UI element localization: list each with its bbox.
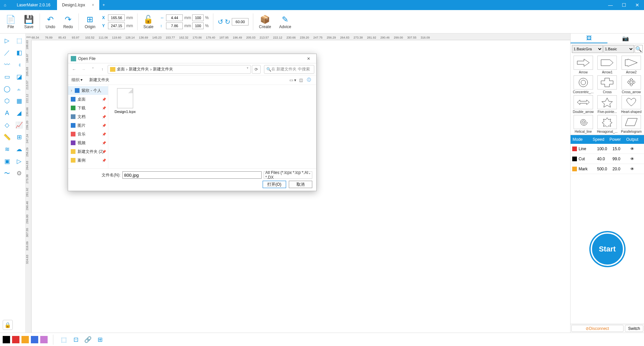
filetype-select[interactable]: All Files (*.lcpx *.lcp *.AI *.DX˅: [264, 171, 312, 179]
sidebar-item[interactable]: ›紫欣 - 个人: [68, 86, 108, 95]
shape-item[interactable]: Parallelogram: [620, 115, 643, 133]
sidebar-item[interactable]: 文档📌: [68, 112, 108, 121]
shape-item[interactable]: Concentric_...: [572, 75, 595, 94]
align-center-icon[interactable]: ⫠: [13, 83, 25, 95]
origin-button[interactable]: ⊞Origin: [80, 12, 99, 32]
y-input[interactable]: [108, 22, 125, 29]
dialog-close-icon[interactable]: ✕: [304, 56, 314, 61]
cloud-tool-icon[interactable]: ☁: [13, 143, 25, 155]
shape-item[interactable]: Double_arrow: [572, 95, 595, 114]
nav-up-icon[interactable]: ↑: [98, 67, 106, 72]
visibility-icon[interactable]: 👁: [627, 167, 637, 171]
subcategory-select[interactable]: 1.Basic: [603, 45, 634, 53]
rotate-input[interactable]: [232, 18, 249, 25]
curve-tool-icon[interactable]: 〰: [1, 59, 13, 70]
undo-button[interactable]: ↶Undo: [42, 12, 59, 32]
nav-recent-icon[interactable]: ˅: [89, 67, 97, 72]
preview-pane-icon[interactable]: ◫: [297, 78, 305, 82]
grid-tool-icon[interactable]: ▦: [13, 95, 25, 107]
color-swatch[interactable]: [12, 336, 19, 343]
cancel-button[interactable]: 取消: [289, 181, 312, 188]
file-item[interactable]: Design1.lcpx: [112, 88, 139, 114]
create-button[interactable]: 📦Create: [255, 12, 275, 32]
sidebar-item[interactable]: 下载📌: [68, 104, 108, 112]
shape-item[interactable]: Hexagonal_...: [596, 115, 619, 133]
height-pct-input[interactable]: [192, 22, 204, 29]
organize-button[interactable]: 组织 ▾: [71, 77, 83, 83]
rotate-ccw-icon[interactable]: ↺: [218, 18, 223, 26]
sidebar-item[interactable]: 图片📌: [68, 121, 108, 130]
sidebar-item[interactable]: 案例📌: [68, 156, 108, 165]
home-icon[interactable]: ⌂: [0, 3, 10, 7]
shape-item[interactable]: Cross_arrow: [620, 75, 643, 94]
maximize-icon[interactable]: ☐: [617, 2, 631, 8]
eraser-tool-icon[interactable]: ◇: [1, 119, 13, 131]
dialog-file-list[interactable]: Design1.lcpx: [108, 85, 316, 168]
width-pct-input[interactable]: [192, 14, 204, 21]
visibility-icon[interactable]: 👁: [627, 157, 637, 161]
shape-item[interactable]: Cross: [596, 75, 619, 94]
newfolder-button[interactable]: 新建文件夹: [89, 77, 109, 83]
scale-button[interactable]: 🔓Scale: [139, 12, 157, 32]
redo-button[interactable]: ↷Redo: [59, 12, 77, 32]
select-tool-icon[interactable]: ▷: [1, 35, 13, 46]
disconnect-button[interactable]: ⊘ Disconnect: [571, 325, 624, 332]
shape-search-icon[interactable]: 🔍: [635, 45, 643, 53]
start-button[interactable]: Start: [591, 232, 624, 266]
layer-row[interactable]: Line100.015.0👁: [571, 144, 644, 154]
ruler-tool-icon[interactable]: 📏: [1, 131, 13, 143]
settings-tool-icon[interactable]: ⚙: [13, 168, 25, 179]
refresh-icon[interactable]: ⟳: [252, 65, 261, 74]
sidebar-item[interactable]: 视频📌: [68, 138, 108, 147]
layers-tool-icon[interactable]: ≋: [1, 143, 13, 155]
text-tool-icon[interactable]: A: [1, 107, 13, 119]
layer-row[interactable]: Mark500.020.0👁: [571, 164, 644, 174]
close-tab-icon[interactable]: ×: [92, 3, 94, 7]
shape-item[interactable]: Five-pointe...: [596, 95, 619, 114]
dialog-search[interactable]: 🔍 在 新建文件夹 中搜索: [264, 65, 314, 74]
visibility-icon[interactable]: 👁: [627, 147, 637, 151]
camera-tab[interactable]: 📷: [607, 34, 644, 43]
color-swatch[interactable]: [40, 336, 48, 343]
line-tool-icon[interactable]: ／: [1, 47, 13, 58]
advice-button[interactable]: ✎Advice: [275, 12, 295, 32]
path-tool-icon[interactable]: ▷: [13, 156, 25, 167]
color-swatch[interactable]: [31, 336, 38, 343]
file-button[interactable]: 📄File: [2, 12, 20, 32]
color-swatch[interactable]: [21, 336, 29, 343]
nav-back-icon[interactable]: ←: [70, 67, 78, 72]
filename-input[interactable]: [122, 171, 262, 179]
save-button[interactable]: 💾Save: [20, 12, 38, 32]
shape-item[interactable]: Arrow2: [620, 56, 643, 74]
mirror-tool-icon[interactable]: ◢: [13, 107, 25, 119]
open-button[interactable]: 打开(O): [263, 181, 286, 188]
path-dropdown-icon[interactable]: ˅: [247, 67, 249, 72]
path-bar[interactable]: 桌面› 新建文件夹› 新建文件夹 ˅: [108, 65, 251, 74]
document-tab[interactable]: Design1.lcpx ×: [57, 0, 99, 10]
sidebar-item[interactable]: 桌面📌: [68, 95, 108, 104]
switch-button[interactable]: Switch: [625, 325, 643, 332]
lock-button[interactable]: 🔒: [3, 320, 13, 330]
rect-fill-icon[interactable]: ◪: [13, 71, 25, 82]
sidebar-item[interactable]: 音乐📌: [68, 130, 108, 138]
table-tool-icon[interactable]: ⊞: [13, 131, 25, 143]
polygon-tool-icon[interactable]: ⬡: [1, 95, 13, 107]
rotate-cw-icon[interactable]: ↻: [225, 18, 230, 26]
graph-tool-icon[interactable]: 📈: [13, 119, 25, 131]
minimize-icon[interactable]: —: [604, 2, 617, 8]
shape-item[interactable]: Heart-shaped: [620, 95, 643, 114]
view-mode-icon[interactable]: ▭ ▾: [289, 78, 297, 82]
color-swatch[interactable]: [3, 336, 10, 343]
width-input[interactable]: [166, 14, 183, 21]
shape-item[interactable]: Arrow1: [596, 56, 619, 74]
bb-grid-icon[interactable]: ⊞: [95, 335, 105, 345]
frame-tool-icon[interactable]: ▣: [1, 156, 13, 167]
add-tab-icon[interactable]: +: [99, 3, 108, 7]
fill-tool-icon[interactable]: ◧: [13, 47, 25, 58]
bb-crop-icon[interactable]: ⬚: [59, 335, 69, 345]
x-input[interactable]: [108, 14, 125, 21]
marquee-tool-icon[interactable]: ⬚: [13, 35, 25, 46]
wave-tool-icon[interactable]: 〜: [1, 168, 13, 179]
height-input[interactable]: [166, 22, 183, 29]
category-select[interactable]: 1.BasicGra: [572, 45, 603, 53]
